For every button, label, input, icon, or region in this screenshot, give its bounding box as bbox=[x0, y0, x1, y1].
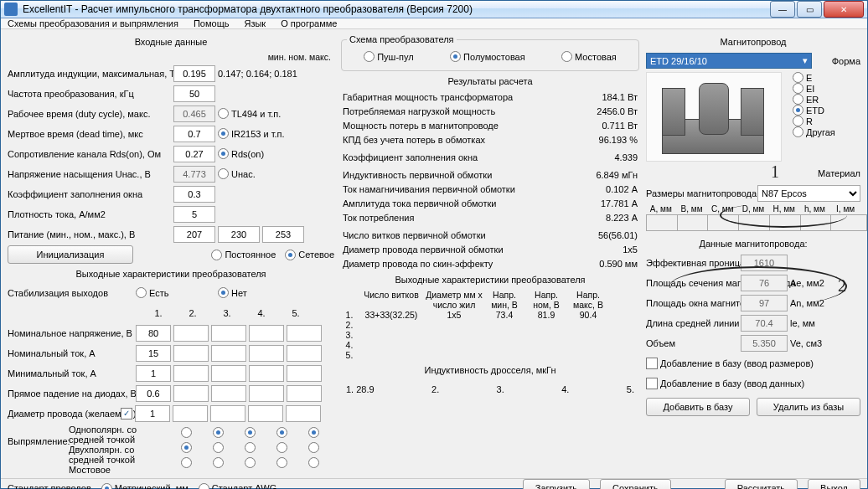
ind-title: Индуктивность дросселя, мкГн bbox=[341, 365, 639, 375]
chevron-down-icon: ▾ bbox=[803, 55, 808, 66]
title-bar: ExcellentIT - Расчет импульсного трансфо… bbox=[1, 1, 867, 18]
maximize-button[interactable]: ▭ bbox=[797, 1, 822, 18]
load-button[interactable]: Загрузить bbox=[523, 479, 590, 489]
rect-opt2: Двухполярн. со средней точкой bbox=[69, 445, 168, 465]
shape-label: Форма bbox=[814, 56, 860, 66]
stab-yes[interactable]: Есть bbox=[136, 287, 178, 298]
ae-input[interactable] bbox=[741, 275, 788, 291]
del-db-button[interactable]: Удалить из базы bbox=[757, 398, 860, 416]
core-title: Магнитопровод bbox=[646, 37, 860, 47]
vnom-label: Номинальное напряжение, В bbox=[8, 328, 133, 338]
menu-help[interactable]: Помощь bbox=[194, 18, 230, 28]
add-dims-check[interactable] bbox=[646, 358, 658, 369]
metric-radio[interactable]: Метрический, мм bbox=[101, 483, 189, 490]
close-button[interactable]: ✕ bbox=[824, 1, 864, 18]
vnom-1[interactable] bbox=[136, 325, 171, 342]
le-input[interactable] bbox=[741, 315, 788, 332]
exit-button[interactable]: Выход bbox=[808, 479, 860, 489]
vnom-3[interactable] bbox=[211, 325, 246, 342]
rect-opt1: Однополярн. со средней точкой bbox=[69, 425, 168, 445]
wire-check[interactable]: ✓ bbox=[121, 408, 132, 420]
dc-radio[interactable]: Постоянное bbox=[211, 250, 276, 260]
freq-input[interactable] bbox=[173, 85, 215, 102]
rect-label: Выпрямление: bbox=[8, 425, 66, 446]
unas-label: Напряжение насыщения Uнас., В bbox=[8, 169, 171, 179]
calc-button[interactable]: Рассчитать bbox=[725, 479, 798, 489]
init-button[interactable]: Инициализация bbox=[8, 245, 133, 264]
ve-input[interactable] bbox=[741, 335, 788, 352]
shape-er[interactable]: ER bbox=[793, 94, 860, 105]
wire-1[interactable] bbox=[135, 405, 170, 422]
menu-about[interactable]: О программе bbox=[281, 18, 337, 28]
supply-nom[interactable] bbox=[218, 226, 260, 243]
induction-input[interactable] bbox=[173, 65, 215, 82]
an-input[interactable] bbox=[741, 295, 788, 311]
freq-label: Частота преобразования, кГц bbox=[8, 89, 171, 99]
supply-max[interactable] bbox=[262, 226, 304, 243]
save-button[interactable]: Сохранить bbox=[600, 479, 671, 489]
minimize-button[interactable]: — bbox=[770, 1, 795, 18]
imin-label: Минимальный ток, А bbox=[8, 368, 133, 378]
shape-ei[interactable]: EI bbox=[793, 83, 860, 94]
core-select[interactable]: ETD 29/16/10▾ bbox=[646, 53, 812, 69]
tl494-radio[interactable]: TL494 и т.п. bbox=[218, 108, 281, 119]
duty-input[interactable] bbox=[173, 106, 215, 122]
add-data-check[interactable] bbox=[646, 378, 658, 389]
inom-1[interactable] bbox=[136, 345, 171, 362]
induction-label: Амплитуда индукции, максимальная, Т bbox=[8, 69, 171, 79]
wire-label: Диаметр провода (желаемый), мм bbox=[8, 409, 118, 419]
fill-input[interactable] bbox=[173, 186, 215, 203]
ac-radio[interactable]: Сетевое bbox=[285, 250, 334, 260]
deadtime-label: Мертвое время (dead time), мкс bbox=[8, 129, 171, 139]
vnom-5[interactable] bbox=[287, 325, 322, 342]
ir2153-radio[interactable]: IR2153 и т.п. bbox=[218, 128, 285, 139]
fill-label: Коэффициент заполнения окна bbox=[8, 189, 171, 199]
shape-e[interactable]: E bbox=[793, 72, 860, 83]
rdson-radio[interactable]: Rds(on) bbox=[218, 148, 264, 159]
core-image bbox=[646, 72, 782, 162]
results-title: Результаты расчета bbox=[341, 76, 639, 86]
rdson-input[interactable] bbox=[173, 146, 215, 162]
add-db-button[interactable]: Добавить в базу bbox=[646, 398, 750, 416]
density-input[interactable] bbox=[173, 206, 215, 223]
menu-lang[interactable]: Язык bbox=[244, 18, 266, 28]
fullbridge-radio[interactable]: Мостовая bbox=[561, 51, 617, 62]
imin-1[interactable] bbox=[136, 365, 171, 382]
rect-1-2[interactable] bbox=[213, 427, 224, 438]
std-label: Стандарт проводов bbox=[8, 483, 91, 489]
window-title: ExcellentIT - Расчет импульсного трансфо… bbox=[23, 3, 770, 15]
shape-other[interactable]: Другая bbox=[793, 126, 860, 137]
vdrop-1[interactable] bbox=[136, 385, 171, 402]
unas-input[interactable] bbox=[173, 166, 215, 183]
supply-min[interactable] bbox=[173, 226, 215, 243]
rect-opt3: Мостовое bbox=[69, 465, 168, 475]
vnom-4[interactable] bbox=[249, 325, 284, 342]
halfbridge-radio[interactable]: Полумостовая bbox=[450, 51, 525, 62]
out-title: Выходные характеристики преобразователя bbox=[8, 269, 334, 279]
rect-3-1[interactable] bbox=[181, 457, 192, 468]
rect-2-1[interactable] bbox=[181, 442, 192, 453]
menu-schemes[interactable]: Схемы преобразования и выпрямления bbox=[8, 18, 178, 28]
unas-radio[interactable]: Uнас. bbox=[218, 168, 256, 179]
material-select[interactable]: N87 Epcos bbox=[757, 185, 860, 202]
induction-note: 0.147; 0.164; 0.181 bbox=[218, 69, 297, 79]
stab-label: Стабилизация выходов bbox=[8, 288, 133, 298]
deadtime-input[interactable] bbox=[173, 126, 215, 142]
mat-label: Материал bbox=[818, 168, 860, 178]
vnom-2[interactable] bbox=[173, 325, 209, 342]
pushpull-radio[interactable]: Пуш-пул bbox=[364, 51, 414, 62]
scheme-title: Схема преобразователя bbox=[347, 34, 457, 44]
perm-input[interactable] bbox=[741, 255, 788, 271]
vdrop-label: Прямое падение на диодах, В bbox=[8, 389, 133, 399]
awg-radio[interactable]: Стандарт AWG bbox=[199, 483, 276, 490]
footer-bar: Стандарт проводов Метрический, мм Станда… bbox=[1, 478, 867, 489]
rect-1-1[interactable] bbox=[181, 427, 192, 438]
shape-etd[interactable]: ETD bbox=[793, 105, 860, 116]
app-window: ExcellentIT - Расчет импульсного трансфо… bbox=[0, 0, 868, 489]
stab-no[interactable]: Нет bbox=[218, 287, 247, 298]
input-title: Входные данные bbox=[8, 37, 334, 47]
dims-label: Размеры магнитопровода: bbox=[646, 188, 755, 198]
menu-bar: Схемы преобразования и выпрямления Помощ… bbox=[1, 18, 867, 29]
shape-r[interactable]: R bbox=[793, 116, 860, 126]
app-icon bbox=[4, 3, 18, 16]
